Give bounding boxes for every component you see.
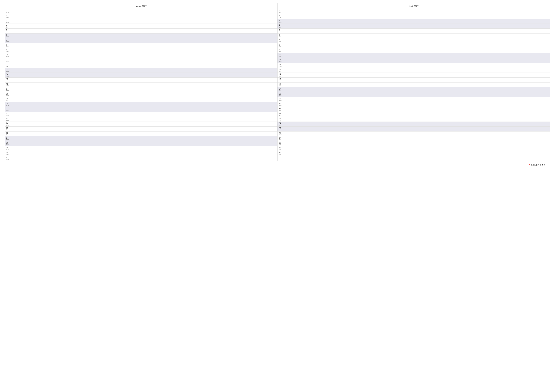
day-name: STR: [6, 56, 12, 57]
day-name: ŠTV: [279, 12, 284, 13]
day-number: 8: [279, 44, 284, 46]
day-info: 20SOB: [6, 103, 12, 106]
day-number: 27: [279, 137, 284, 139]
day-number: 9: [279, 49, 284, 51]
day-number: 19: [279, 98, 284, 100]
day-number: 5: [279, 29, 284, 31]
day-number: 2: [6, 14, 12, 17]
day-name: SOB: [6, 139, 12, 141]
day-number: 21: [279, 107, 284, 110]
day-number: 17: [6, 88, 12, 90]
day-number: 24: [279, 122, 284, 124]
day-name: PON: [6, 114, 12, 116]
day-number: 6: [279, 34, 284, 36]
day-name: PIA: [279, 154, 284, 155]
day-info: 21NED: [6, 107, 12, 111]
month-column-0: Marec 20271PON2UTO3STR4ŠTV5PIA6SOB7NED8P…: [5, 3, 278, 161]
day-info: 16UTO: [6, 83, 12, 87]
day-name: PON: [6, 80, 12, 82]
day-row: 30UTO: [5, 151, 277, 156]
day-info: 11NED: [279, 58, 284, 62]
day-row: 29PON: [5, 146, 277, 151]
day-number: 30: [6, 152, 12, 154]
month-header-0: Marec 2027: [5, 3, 277, 9]
day-row: 12PON: [278, 63, 550, 68]
day-row: 16PIA: [278, 83, 550, 87]
day-row: 17SOB: [278, 87, 550, 92]
day-row: 10STR: [5, 53, 277, 58]
day-info: 19PIA: [6, 98, 12, 101]
day-info: 30PIA: [279, 152, 284, 155]
day-number: 22: [6, 112, 12, 114]
day-info: 31STR: [6, 157, 12, 160]
day-info: 29PON: [6, 147, 12, 150]
day-info: 4NED: [279, 24, 284, 28]
day-row: 24STR: [5, 122, 277, 127]
day-number: 21: [6, 107, 12, 110]
day-name: ŠTV: [6, 61, 12, 62]
day-info: 16PIA: [279, 83, 284, 87]
day-row: 26PON: [278, 131, 550, 136]
day-number: 28: [279, 142, 284, 144]
day-info: 25ŠTV: [6, 127, 12, 131]
day-name: PON: [279, 66, 284, 67]
day-row: 3SOB: [278, 19, 550, 24]
day-name: NED: [279, 129, 284, 131]
day-row: 8PON: [5, 43, 277, 48]
day-name: SOB: [6, 36, 12, 38]
day-row: 7NED: [5, 38, 277, 43]
day-number: 20: [279, 103, 284, 105]
day-info: 1ŠTV: [279, 9, 284, 13]
day-info: 26PIA: [6, 132, 12, 136]
day-info: 23PIA: [279, 117, 284, 121]
day-row: 27SOB: [5, 136, 277, 141]
day-number: 12: [6, 63, 12, 66]
day-row: 15PON: [5, 78, 277, 83]
day-row: 9PIA: [278, 48, 550, 53]
day-row: 29ŠTV: [278, 146, 550, 151]
day-name: PON: [6, 46, 12, 48]
day-info: 21STR: [279, 107, 284, 111]
day-info: 24STR: [6, 122, 12, 126]
day-name: ŠTV: [6, 129, 12, 131]
day-row: 23UTO: [5, 117, 277, 122]
day-row: 1PON: [5, 9, 277, 14]
day-row: 3STR: [5, 19, 277, 24]
day-name: PIA: [6, 66, 12, 67]
day-name: PON: [279, 134, 284, 136]
day-number: 18: [279, 93, 284, 95]
day-row: 8ŠTV: [278, 43, 550, 48]
day-name: STR: [279, 144, 284, 146]
day-row: 15ŠTV: [278, 78, 550, 83]
day-row: 20SOB: [5, 102, 277, 107]
day-name: PIA: [279, 85, 284, 87]
day-info: 22ŠTV: [279, 112, 284, 116]
day-number: 23: [279, 117, 284, 120]
day-name: UTO: [6, 120, 12, 121]
day-name: STR: [279, 41, 284, 43]
day-name: SOB: [279, 56, 284, 57]
day-number: 14: [6, 73, 12, 75]
day-row: 14STR: [278, 73, 550, 78]
day-number: 4: [279, 24, 284, 26]
day-number: 8: [6, 44, 12, 46]
day-name: UTO: [279, 105, 284, 106]
calendar-container: Marec 20271PON2UTO3STR4ŠTV5PIA6SOB7NED8P…: [0, 0, 555, 171]
day-number: 5: [6, 29, 12, 31]
day-name: ŠTV: [279, 114, 284, 116]
day-info: 5PON: [279, 29, 284, 33]
day-name: PIA: [6, 100, 12, 101]
day-info: 28STR: [279, 142, 284, 146]
day-info: 27SOB: [6, 137, 12, 141]
day-info: 28NED: [6, 142, 12, 146]
day-info: 10SOB: [279, 54, 284, 57]
day-row: 2PIA: [278, 14, 550, 19]
day-row: 12PIA: [5, 63, 277, 68]
day-info: 29ŠTV: [279, 147, 284, 150]
day-info: 15ŠTV: [279, 78, 284, 82]
day-info: 18ŠTV: [6, 93, 12, 97]
day-name: STR: [6, 159, 12, 160]
day-info: 23UTO: [6, 117, 12, 121]
day-name: NED: [6, 41, 12, 43]
day-info: 24SOB: [279, 122, 284, 126]
